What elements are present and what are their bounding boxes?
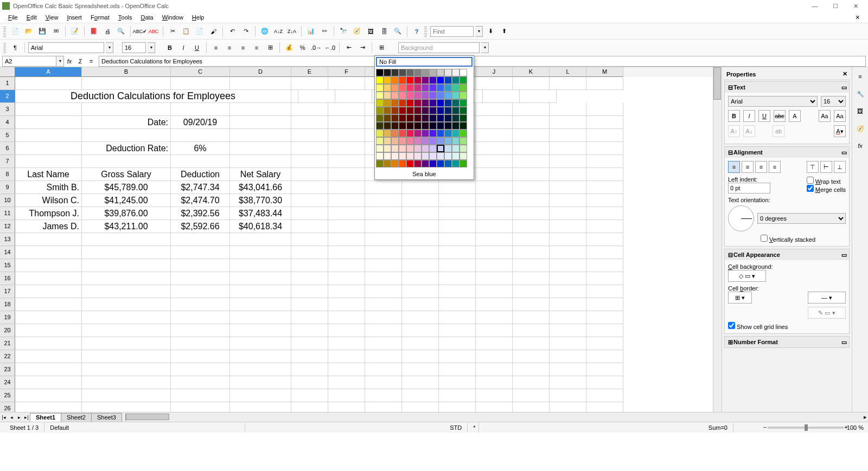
row-header-4[interactable]: 4 — [0, 116, 15, 129]
cell-E19[interactable] — [291, 311, 328, 324]
cell-J7[interactable] — [476, 155, 513, 168]
panel-align-left[interactable]: ≡ — [728, 161, 740, 173]
cell-H13[interactable] — [402, 233, 439, 246]
cell-I23[interactable] — [439, 363, 476, 376]
panel-font-select[interactable]: Arial — [728, 96, 818, 107]
cell-L20[interactable] — [550, 324, 586, 337]
color-swatch[interactable] — [437, 84, 444, 92]
panel-super-button[interactable]: Aa — [819, 110, 831, 122]
cell-H25[interactable] — [402, 389, 439, 402]
color-swatch[interactable] — [459, 137, 467, 145]
cell-C16[interactable] — [171, 272, 230, 285]
color-swatch[interactable] — [406, 107, 414, 114]
color-swatch[interactable] — [437, 76, 444, 84]
color-swatch[interactable] — [399, 152, 406, 160]
cell-E7[interactable] — [291, 155, 328, 168]
cell-L24[interactable] — [550, 376, 586, 389]
cell-J23[interactable] — [476, 363, 513, 376]
cell-K13[interactable] — [513, 233, 550, 246]
cell-G13[interactable] — [365, 233, 402, 246]
color-swatch[interactable] — [444, 92, 452, 99]
cell-C9[interactable]: $2,747.34 — [171, 181, 230, 194]
color-swatch[interactable] — [459, 107, 467, 114]
color-swatch[interactable] — [437, 130, 444, 137]
color-swatch[interactable] — [376, 122, 384, 130]
sum-button[interactable]: Σ — [75, 56, 86, 67]
cell-E12[interactable] — [291, 220, 328, 233]
cell-K6[interactable] — [513, 142, 550, 155]
cell-F8[interactable] — [328, 168, 365, 181]
cell-B1[interactable] — [82, 77, 171, 90]
cell-E20[interactable] — [291, 324, 328, 337]
row-header-7[interactable]: 7 — [0, 155, 15, 168]
zoom-slider[interactable]: −+ — [768, 427, 844, 429]
cell-B16[interactable] — [82, 272, 171, 285]
hyperlink-button[interactable]: 🌐 — [259, 25, 271, 37]
size-dropdown[interactable]: ▾ — [148, 42, 155, 53]
cell-I21[interactable] — [439, 337, 476, 350]
color-swatch[interactable] — [414, 122, 422, 130]
color-swatch[interactable] — [384, 99, 391, 107]
color-swatch[interactable] — [414, 99, 422, 107]
cell-E26[interactable] — [291, 402, 328, 412]
cell-F14[interactable] — [328, 246, 365, 259]
color-swatch[interactable] — [406, 160, 414, 167]
color-swatch[interactable] — [399, 107, 406, 114]
color-swatch[interactable] — [429, 160, 437, 167]
row-header-15[interactable]: 15 — [0, 259, 15, 272]
maximize-button[interactable]: ☐ — [833, 3, 838, 10]
cell-G15[interactable] — [365, 259, 402, 272]
decrease-indent-button[interactable]: ⇤ — [343, 42, 355, 54]
cell-D3[interactable] — [230, 103, 291, 116]
cell-M18[interactable] — [586, 298, 623, 311]
cell-I26[interactable] — [439, 402, 476, 412]
add-decimal-button[interactable]: .0→ — [310, 42, 322, 54]
cell-E3[interactable] — [291, 103, 328, 116]
gridlines-check[interactable]: Show cell grid lines — [728, 324, 788, 330]
cell-D11[interactable]: $37,483.44 — [230, 207, 291, 220]
remove-decimal-button[interactable]: ←.0 — [324, 42, 336, 54]
menu-tools[interactable]: Tools — [114, 13, 136, 22]
color-swatch[interactable] — [459, 92, 467, 99]
cell-J6[interactable] — [476, 142, 513, 155]
cell-F23[interactable] — [328, 363, 365, 376]
font-size-input[interactable] — [122, 42, 146, 53]
panel-align-justify[interactable]: ≡ — [769, 161, 781, 173]
cell-K19[interactable] — [513, 311, 550, 324]
cell-E25[interactable] — [291, 389, 328, 402]
vstack-check[interactable]: Vertically stacked — [761, 236, 815, 243]
panel-strike-button[interactable]: abc — [774, 110, 786, 122]
cell-E4[interactable] — [291, 116, 328, 129]
color-swatch[interactable] — [422, 76, 429, 84]
preview-button[interactable]: 🔍 — [115, 25, 127, 37]
color-swatch[interactable] — [422, 145, 429, 152]
cut-button[interactable]: ✂ — [167, 25, 178, 37]
row-header-14[interactable]: 14 — [0, 246, 15, 259]
cell-M10[interactable] — [586, 194, 623, 207]
cell-B10[interactable]: $41,245.00 — [82, 194, 171, 207]
cell-C21[interactable] — [171, 337, 230, 350]
cell-M13[interactable] — [586, 233, 623, 246]
cell-L9[interactable] — [550, 181, 586, 194]
color-swatch[interactable] — [376, 114, 384, 122]
merge-check[interactable]: Merge cells — [807, 186, 846, 193]
bgcolor-dropdown[interactable]: ▾ — [481, 42, 489, 53]
cell-I18[interactable] — [439, 298, 476, 311]
cell-I14[interactable] — [439, 246, 476, 259]
menu-view[interactable]: View — [42, 13, 62, 22]
align-right-button[interactable]: ≡ — [237, 42, 249, 54]
color-swatch[interactable] — [376, 130, 384, 137]
wrap-check[interactable]: Wrap text — [807, 178, 841, 185]
cell-F20[interactable] — [328, 324, 365, 337]
cell-B4[interactable]: Date: — [82, 116, 171, 129]
color-swatch[interactable] — [414, 92, 422, 99]
cell-A25[interactable] — [15, 389, 82, 402]
col-header-B[interactable]: B — [82, 67, 171, 77]
cell-D22[interactable] — [230, 350, 291, 363]
cell-A14[interactable] — [15, 246, 82, 259]
color-swatch[interactable] — [422, 122, 429, 130]
cell-G19[interactable] — [365, 311, 402, 324]
cell-M3[interactable] — [586, 103, 623, 116]
cell-L1[interactable] — [550, 77, 586, 90]
row-header-21[interactable]: 21 — [0, 337, 15, 350]
